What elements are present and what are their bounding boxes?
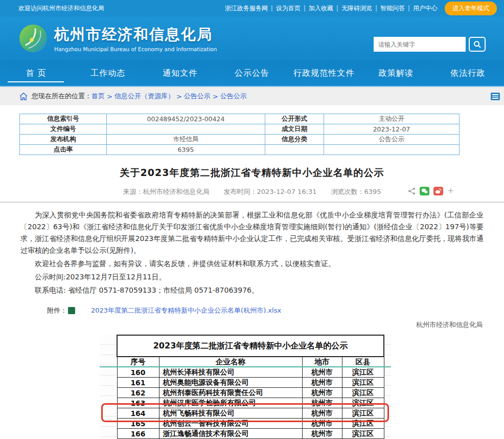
meta-views: 浏览次数：6395: [331, 187, 381, 196]
elder-mode-button[interactable]: 进入老年模式: [445, 2, 497, 15]
table-cell: 杭州市: [302, 367, 342, 378]
divider: |: [375, 5, 377, 12]
info-row: 信息索引号 002489452/2023-00424 公开形式 主动公开: [20, 114, 460, 124]
table-cell: 浙江逸畅通信技术有限公司: [159, 429, 302, 439]
welcome-text: 欢迎访问杭州市经济和信息化局: [18, 4, 104, 13]
article-body: 为深入贯彻党中央国务院和省委省政府培育专精特新的决策部署，根据工业和信息化部《优…: [0, 203, 504, 296]
announcement-table-title-row: 2023年度第二批浙江省专精特新中小企业名单的公示: [117, 335, 384, 357]
bureau-logo-icon: [18, 24, 48, 53]
table-cell: 杭州飞畅科技有限公司: [159, 408, 302, 419]
divider: |: [408, 5, 410, 12]
table-cell: 162: [117, 388, 159, 398]
nav-item-policy-interpretation[interactable]: 政策解读: [360, 60, 432, 86]
top-link-accessibility[interactable]: 无障碍浏览: [341, 4, 372, 13]
breadcrumb-separator: >: [213, 93, 218, 100]
paragraph: 联系电话: 省经信厅 0571-87059133；市经信局 0571-87063…: [20, 284, 484, 296]
nav-item-notices[interactable]: 通知文件: [144, 60, 216, 86]
table-cell: 杭州市: [302, 408, 342, 419]
table-cell: 滨江区: [342, 419, 384, 429]
more-share-icon[interactable]: +: [447, 186, 454, 195]
excel-file-icon: X: [68, 307, 75, 314]
info-label: 点击率: [20, 145, 107, 155]
table-cell: 杭州创云一智科技有限公司: [159, 419, 302, 429]
column-header: 企业名称: [159, 357, 302, 367]
top-link-add-favorite[interactable]: 加入收藏: [309, 4, 333, 13]
breadcrumb-link-announcements[interactable]: 公告公示: [184, 92, 211, 101]
info-value: [324, 145, 460, 155]
nav-item-law-administration[interactable]: 依法行政: [432, 60, 504, 86]
table-cell: 杭州市: [302, 429, 342, 439]
announcement-table-header-row: 序号 企业名称 地市 区县: [117, 357, 384, 367]
search-area: [374, 37, 486, 52]
column-header: 地市: [302, 357, 342, 367]
announcement-table-image: 2023年度第二批浙江省专精特新中小企业名单的公示 序号 企业名称 地市 区县 …: [100, 335, 391, 439]
paragraph: 为深入贯彻党中央国务院和省委省政府培育专精特新的决策部署，根据工业和信息化部《优…: [20, 209, 484, 256]
info-value: 2023-12-07: [324, 124, 460, 135]
meta-publish-time: 发布时间：2023-12-07 16:31: [223, 187, 316, 196]
nav-item-home[interactable]: 首 页: [0, 60, 72, 86]
nav-item-work-news[interactable]: 工作动态: [72, 60, 144, 86]
wechat-share-icon[interactable]: [420, 187, 429, 195]
paragraph: 欢迎社会各界参与监督，如有异议，请实名反馈，并提供佐证材料和联系方式，以便核实查…: [20, 258, 484, 270]
info-value: 主动公开: [324, 114, 460, 124]
top-link-zhejiang-service[interactable]: 浙江政务服务网: [225, 4, 268, 13]
document-info-table: 信息索引号 002489452/2023-00424 公开形式 主动公开 文件编…: [19, 114, 460, 155]
page: 欢迎访问杭州市经济和信息化局 浙江政务服务网 | 设为首页 | 加入收藏 | 无…: [0, 0, 504, 439]
site-title: 杭州市经济和信息化局: [54, 25, 217, 45]
nav-item-regulatory-docs[interactable]: 行政规范性文件: [288, 60, 360, 86]
share-toolbar: +: [408, 186, 454, 195]
table-cell: 杭州市: [302, 419, 342, 429]
table-cell: 杭州剂泰医药科技有限责任公司: [159, 388, 302, 398]
info-value: 市经信局: [107, 135, 265, 145]
breadcrumb-link-current[interactable]: 公告公示: [220, 92, 247, 101]
freeze-pane-line: [100, 366, 391, 367]
attachment-row: 附件： X 2023年度第二批浙江省专精特新中小企业公示名单(杭州市).xlsx: [0, 298, 504, 315]
table-cell: 滨江区: [342, 367, 384, 378]
table-row-highlighted: 164 杭州飞畅科技有限公司 杭州市 滨江区: [117, 408, 384, 419]
info-value: 公告公示: [324, 135, 460, 145]
attachment-link[interactable]: 2023年度第二批浙江省专精特新中小企业公示名单(杭州市).xlsx: [78, 306, 281, 315]
table-cell: 杭州市: [302, 398, 342, 408]
attachment-label: 附件：: [34, 306, 67, 315]
announcement-table: 2023年度第二批浙江省专精特新中小企业名单的公示 序号 企业名称 地市 区县 …: [117, 335, 384, 439]
table-cell: 杭州汉库医学检验所有限公司: [159, 398, 302, 408]
table-cell: 滨江区: [342, 408, 384, 419]
info-value: 6395: [107, 145, 265, 155]
divider: |: [304, 5, 306, 12]
info-label: [265, 145, 324, 155]
info-label: 信息索引号: [20, 114, 107, 124]
info-row: 发布机构 市经信局 信息分类 公告公示: [20, 135, 460, 145]
table-cell: 滨江区: [342, 398, 384, 408]
site-title-english: Hangzhou Municipal Bureau of Economy and…: [54, 46, 217, 52]
paragraph: 公示时间:2023年12月7日至12月11日。: [20, 271, 484, 283]
column-header: 区县: [342, 357, 384, 367]
table-cell: 滨江区: [342, 388, 384, 398]
weibo-share-icon[interactable]: [433, 187, 443, 195]
info-label: 公开形式: [265, 114, 324, 124]
search-input[interactable]: [374, 37, 466, 52]
table-row: 165 杭州创云一智科技有限公司 杭州市 滨江区: [117, 419, 384, 429]
top-link-smart-qa[interactable]: 智能问答: [380, 4, 405, 13]
search-icon: [473, 40, 482, 49]
meta-source: 来源：杭州市经济和信息化局: [123, 187, 209, 196]
signature: 杭州市经济和信息化局: [0, 320, 504, 330]
breadcrumb-separator: >: [107, 93, 112, 100]
top-link-set-homepage[interactable]: 设为首页: [276, 4, 301, 13]
table-row: 166 浙江逸畅通信技术有限公司 杭州市 滨江区: [117, 429, 384, 439]
top-bar: 欢迎访问杭州市经济和信息化局 浙江政务服务网 | 设为首页 | 加入收藏 | 无…: [0, 0, 504, 16]
divider: |: [336, 5, 338, 12]
share-icon[interactable]: [408, 187, 416, 195]
breadcrumb-link-home[interactable]: 首页: [91, 92, 105, 101]
search-button[interactable]: [469, 37, 486, 52]
top-link-user-center[interactable]: 用户中心: [413, 4, 438, 13]
breadcrumb-link-info-disclosure[interactable]: 信息公开（资源库）: [114, 92, 174, 101]
site-title-block: 杭州市经济和信息化局 Hangzhou Municipal Bureau of …: [54, 25, 217, 52]
breadcrumb-separator: >: [176, 93, 182, 100]
info-value: 002489452/2023-00424: [107, 114, 265, 124]
table-cell: 160: [117, 367, 159, 378]
table-cell: 杭州市: [302, 388, 342, 398]
quick-menu-icon[interactable]: [491, 93, 500, 100]
nav-item-announcements[interactable]: 公示公告: [216, 60, 288, 86]
table-cell: 滨江区: [342, 429, 384, 439]
table-cell: 166: [117, 429, 159, 439]
